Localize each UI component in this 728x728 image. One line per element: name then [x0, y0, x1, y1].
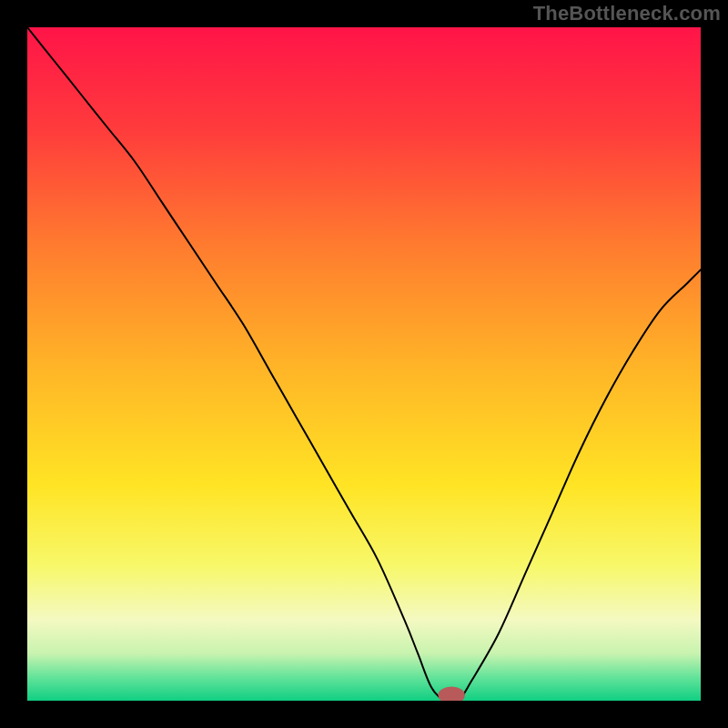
- gradient-background: [27, 27, 701, 701]
- chart-svg: [27, 27, 701, 701]
- chart-frame: TheBottleneck.com: [0, 0, 728, 728]
- watermark-label: TheBottleneck.com: [533, 2, 721, 25]
- plot-area: [27, 27, 701, 701]
